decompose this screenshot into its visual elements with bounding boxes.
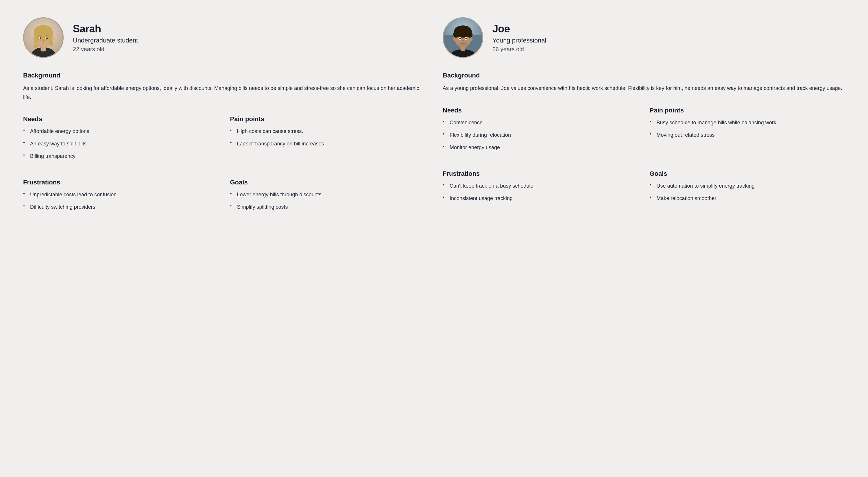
background-text-sarah: As a student, Sarah is looking for affor… bbox=[23, 84, 425, 101]
profile-title-joe: Young professional bbox=[492, 37, 546, 44]
persona-card-sarah: Sarah Undergraduate student 22 years old… bbox=[23, 17, 425, 229]
pain-title-sarah: Pain points bbox=[230, 115, 426, 123]
frustrations-section-joe: Frustrations Can't keep track on a busy … bbox=[443, 170, 638, 207]
list-item: Unpredictable costs lead to confusion. bbox=[23, 191, 219, 199]
svg-rect-6 bbox=[34, 34, 38, 49]
profile-info-sarah: Sarah Undergraduate student 22 years old bbox=[73, 23, 138, 53]
list-item: Flexibility during relocation bbox=[443, 131, 638, 139]
list-item: Inconsistent usage tracking bbox=[443, 195, 638, 202]
background-text-joe: As a young professional, Joe values conv… bbox=[443, 84, 845, 93]
pain-list-joe: Busy schedule to manage bills while bala… bbox=[650, 119, 845, 139]
goals-title-joe: Goals bbox=[650, 170, 845, 178]
needs-section-joe: Needs Convenicence Flexibility during re… bbox=[443, 107, 638, 156]
list-item: Lower energy bills through discounts bbox=[230, 191, 426, 199]
svg-point-11 bbox=[40, 37, 41, 39]
profile-age-sarah: 22 years old bbox=[73, 46, 138, 53]
frustrations-list-sarah: Unpredictable costs lead to confusion. D… bbox=[23, 191, 219, 211]
profile-title-sarah: Undergraduate student bbox=[73, 37, 138, 44]
section-background-joe: Background As a young professional, Joe … bbox=[443, 72, 845, 93]
pain-list-sarah: High costs can cause stress. Lack of tra… bbox=[230, 127, 426, 148]
profile-header-joe: Joe Young professional 26 years old bbox=[443, 17, 845, 58]
needs-list-sarah: Affordable energy options An easy way to… bbox=[23, 127, 219, 160]
profile-info-joe: Joe Young professional 26 years old bbox=[492, 23, 546, 53]
svg-point-12 bbox=[46, 37, 48, 39]
needs-section-sarah: Needs Affordable energy options An easy … bbox=[23, 115, 219, 165]
frustrations-goals-grid-sarah: Frustrations Unpredictable costs lead to… bbox=[23, 179, 425, 216]
svg-point-13 bbox=[33, 37, 36, 41]
list-item: Convenicence bbox=[443, 119, 638, 127]
needs-title-sarah: Needs bbox=[23, 115, 219, 123]
background-title-joe: Background bbox=[443, 72, 845, 79]
list-item: Difficulty switching providers bbox=[23, 203, 219, 211]
svg-point-30 bbox=[460, 38, 461, 39]
personas-container: Sarah Undergraduate student 22 years old… bbox=[23, 17, 845, 229]
svg-point-32 bbox=[458, 42, 468, 46]
needs-list-joe: Convenicence Flexibility during relocati… bbox=[443, 119, 638, 152]
needs-pain-grid-joe: Needs Convenicence Flexibility during re… bbox=[443, 107, 845, 156]
svg-point-26 bbox=[453, 37, 456, 41]
goals-list-joe: Use automation to simplify energy tracki… bbox=[650, 182, 845, 202]
section-background-sarah: Background As a student, Sarah is lookin… bbox=[23, 72, 425, 101]
list-item: Busy schedule to manage bills while bala… bbox=[650, 119, 845, 127]
background-title-sarah: Background bbox=[23, 72, 425, 79]
svg-point-27 bbox=[470, 37, 473, 41]
frustrations-title-sarah: Frustrations bbox=[23, 179, 219, 186]
list-item: Simplify splitting costs bbox=[230, 203, 426, 211]
goals-section-joe: Goals Use automation to simplify energy … bbox=[650, 170, 845, 207]
list-item: Can't keep track on a busy schedule. bbox=[443, 182, 638, 190]
avatar-sarah bbox=[23, 17, 64, 58]
frustrations-title-joe: Frustrations bbox=[443, 170, 638, 178]
svg-point-31 bbox=[466, 38, 467, 39]
profile-header-sarah: Sarah Undergraduate student 22 years old bbox=[23, 17, 425, 58]
list-item: Billing transparency bbox=[23, 152, 219, 160]
list-item: Lack of transparancy on bill increases bbox=[230, 140, 426, 148]
frustrations-goals-grid-joe: Frustrations Can't keep track on a busy … bbox=[443, 170, 845, 207]
svg-point-24 bbox=[456, 29, 462, 35]
persona-card-joe: Joe Young professional 26 years old Back… bbox=[443, 17, 845, 229]
needs-pain-grid-sarah: Needs Affordable energy options An easy … bbox=[23, 115, 425, 165]
profile-name-sarah: Sarah bbox=[73, 23, 138, 35]
list-item: Use automation to simplify energy tracki… bbox=[650, 182, 845, 190]
list-item: High costs can cause stress. bbox=[230, 127, 426, 135]
avatar-joe bbox=[443, 17, 483, 58]
pain-title-joe: Pain points bbox=[650, 107, 845, 114]
profile-age-joe: 26 years old bbox=[492, 46, 546, 53]
svg-point-8 bbox=[34, 25, 52, 36]
svg-point-25 bbox=[464, 29, 470, 35]
profile-name-joe: Joe bbox=[492, 23, 546, 35]
vertical-divider bbox=[434, 17, 434, 229]
list-item: Moving out related stress bbox=[650, 131, 845, 139]
needs-title-joe: Needs bbox=[443, 107, 638, 114]
list-item: An easy way to split bills bbox=[23, 140, 219, 148]
pain-section-joe: Pain points Busy schedule to manage bill… bbox=[650, 107, 845, 156]
svg-point-14 bbox=[51, 37, 54, 41]
list-item: Monitor energy usage bbox=[443, 144, 638, 152]
pain-section-sarah: Pain points High costs can cause stress.… bbox=[230, 115, 426, 165]
goals-title-sarah: Goals bbox=[230, 179, 426, 186]
goals-section-sarah: Goals Lower energy bills through discoun… bbox=[230, 179, 426, 216]
goals-list-sarah: Lower energy bills through discounts Sim… bbox=[230, 191, 426, 211]
frustrations-section-sarah: Frustrations Unpredictable costs lead to… bbox=[23, 179, 219, 216]
frustrations-list-joe: Can't keep track on a busy schedule. Inc… bbox=[443, 182, 638, 202]
list-item: Affordable energy options bbox=[23, 127, 219, 135]
list-item: Make relocation smoother bbox=[650, 195, 845, 202]
